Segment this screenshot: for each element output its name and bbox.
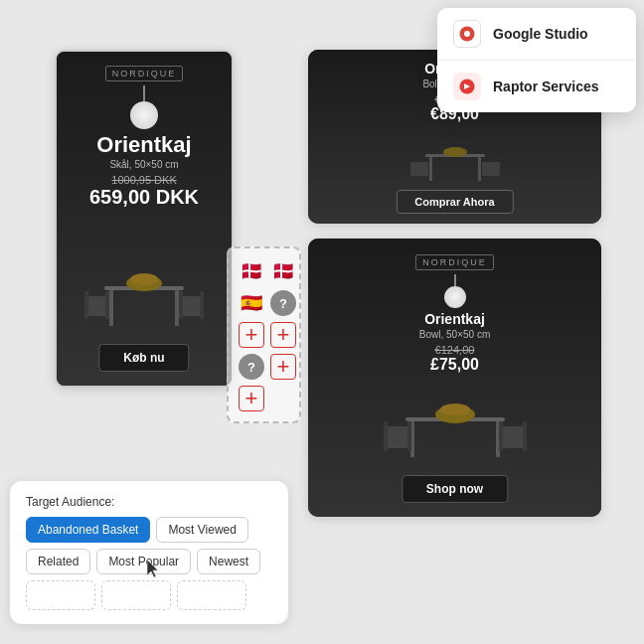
target-audience-label: Target Audience:: [26, 495, 272, 509]
placeholder-row: [26, 580, 272, 610]
tag-placeholder-3: [177, 580, 246, 610]
card-bottom-right-price: £75,00: [430, 356, 479, 374]
svg-rect-17: [410, 162, 428, 176]
flag-spain[interactable]: 🇪🇸: [239, 290, 264, 316]
tag-related[interactable]: Related: [26, 549, 90, 574]
card-bottom-right-title: Orientkaj: [424, 312, 485, 327]
flag-denmark-1[interactable]: 🇩🇰: [239, 258, 264, 284]
svg-rect-25: [384, 426, 411, 448]
add-locale-1[interactable]: +: [239, 322, 264, 348]
svg-rect-9: [84, 291, 88, 319]
tag-newest[interactable]: Newest: [197, 549, 260, 574]
card-bottom-right-furniture-icon: [376, 383, 535, 462]
svg-rect-18: [482, 162, 500, 176]
bottom-panel: Target Audience: Abandoned Basket Most V…: [10, 481, 288, 624]
google-studio-label: Google Studio: [493, 26, 588, 42]
svg-rect-29: [499, 421, 503, 451]
question-placeholder-2: ?: [239, 354, 264, 380]
card-bottom-right-subtitle: Bowl, 50×50 cm: [419, 329, 490, 340]
svg-point-7: [130, 273, 158, 285]
svg-rect-13: [200, 291, 204, 319]
tag-most-popular[interactable]: Most Popular: [96, 549, 191, 574]
card-top-right-furniture-icon: [405, 134, 505, 184]
svg-rect-26: [384, 421, 388, 451]
product-card-left: NORDIQUE Orientkaj Skål, 50×50 cm 1000,9…: [55, 50, 234, 388]
add-locale-3[interactable]: +: [270, 354, 296, 380]
card-left-old-price: 1000,95 DKK: [111, 174, 176, 186]
tag-row-2: Related Most Popular Newest: [26, 549, 272, 574]
svg-point-24: [440, 403, 470, 415]
tag-row-1: Abandoned Basket Most Viewed: [26, 517, 272, 543]
google-studio-icon: [453, 20, 481, 48]
dropdown-item-raptor-services[interactable]: Raptor Services: [437, 61, 636, 112]
tag-abandoned-basket[interactable]: Abandoned Basket: [26, 517, 150, 543]
card-left-title: Orientkaj: [96, 133, 191, 157]
question-placeholder-1: ?: [270, 290, 296, 316]
svg-rect-15: [429, 157, 432, 181]
svg-rect-10: [105, 291, 109, 319]
add-locale-4[interactable]: +: [239, 386, 264, 411]
card-bottom-right-logo: NORDIQUE: [415, 254, 494, 270]
card-bottom-right-button[interactable]: Shop now: [402, 475, 508, 503]
tag-placeholder-2: [101, 580, 171, 610]
add-locale-2[interactable]: +: [270, 322, 296, 348]
svg-rect-5: [175, 290, 179, 326]
svg-point-1: [464, 31, 470, 37]
card-left-subtitle: Skål, 50×50 cm: [109, 159, 178, 170]
tag-most-viewed[interactable]: Most Viewed: [156, 517, 247, 543]
raptor-services-icon: [453, 73, 481, 100]
dropdown-item-google-studio[interactable]: Google Studio: [437, 8, 636, 61]
card-left-furniture-icon: [75, 251, 214, 331]
card-left-button[interactable]: Køb nu: [98, 344, 189, 372]
svg-rect-27: [407, 421, 411, 451]
card-left-logo: NORDIQUE: [105, 66, 184, 81]
flag-grid: 🇩🇰 🇩🇰 🇪🇸 ? + + ? + +: [227, 246, 301, 423]
svg-rect-16: [478, 157, 481, 181]
svg-rect-4: [109, 290, 113, 326]
card-top-right-button[interactable]: Comprar Ahora: [396, 190, 513, 214]
card-bottom-right-old-price: €124,00: [435, 344, 475, 356]
dropdown-menu: Google Studio Raptor Services: [437, 8, 636, 112]
product-card-bottom-right: NORDIQUE Orientkaj Bowl, 50×50 cm €124,0…: [308, 239, 601, 517]
svg-rect-12: [179, 291, 183, 319]
card-left-price: 659,00 DKK: [89, 186, 199, 209]
svg-point-19: [443, 147, 467, 157]
svg-rect-28: [499, 426, 527, 448]
svg-rect-30: [523, 421, 527, 451]
flag-denmark-2[interactable]: 🇩🇰: [270, 258, 296, 284]
raptor-services-label: Raptor Services: [493, 79, 599, 94]
tag-placeholder-1: [26, 580, 95, 610]
